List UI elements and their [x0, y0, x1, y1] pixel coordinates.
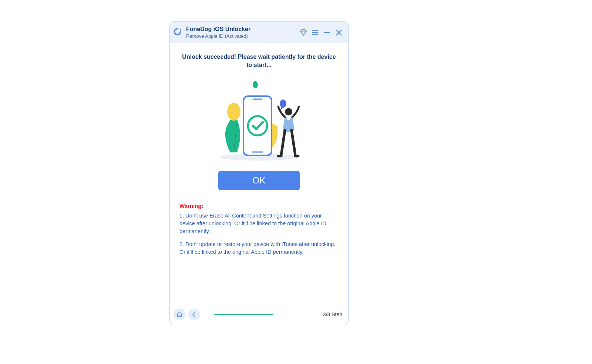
close-icon[interactable]: [335, 28, 343, 37]
diamond-icon[interactable]: [299, 28, 307, 37]
app-logo-icon: [174, 28, 183, 37]
app-subtitle: Remove Apple ID (Activated): [186, 34, 299, 39]
svg-rect-16: [271, 112, 272, 117]
titlebar: FoneDog iOS Unlocker Remove Apple ID (Ac…: [170, 22, 348, 43]
svg-point-11: [227, 103, 240, 121]
warning-item-2: 2. Don't update or restore your device w…: [179, 240, 339, 256]
headline-text: Unlock succeeded! Please wait patiently …: [179, 53, 339, 69]
svg-point-0: [180, 29, 181, 31]
step-label: 3/3 Step: [323, 311, 342, 317]
svg-point-18: [285, 108, 292, 115]
success-illustration: [211, 78, 307, 164]
footer-bar: 3/3 Step: [170, 305, 348, 324]
title-block: FoneDog iOS Unlocker Remove Apple ID (Ac…: [186, 26, 299, 39]
svg-rect-15: [271, 104, 272, 109]
ok-button[interactable]: OK: [218, 171, 300, 190]
svg-point-9: [280, 100, 286, 108]
content-area: Unlock succeeded! Please wait patiently …: [170, 43, 348, 256]
minimize-icon[interactable]: [323, 28, 331, 37]
app-title: FoneDog iOS Unlocker: [186, 26, 299, 33]
titlebar-actions: [299, 28, 343, 37]
progress-fill: [214, 314, 273, 315]
progress-bar: [214, 314, 316, 315]
warning-item-1: 1. Don't use Erase All Content and Setti…: [179, 212, 339, 235]
menu-icon[interactable]: [311, 28, 319, 37]
warning-block: Warning: 1. Don't use Erase All Content …: [179, 203, 339, 256]
svg-point-8: [253, 81, 258, 88]
svg-point-19: [277, 155, 283, 158]
back-button[interactable]: [188, 309, 200, 320]
svg-point-20: [294, 155, 300, 158]
warning-title: Warning:: [179, 203, 339, 209]
app-window: FoneDog iOS Unlocker Remove Apple ID (Ac…: [169, 21, 349, 324]
home-button[interactable]: [174, 309, 185, 320]
svg-rect-21: [179, 315, 180, 317]
